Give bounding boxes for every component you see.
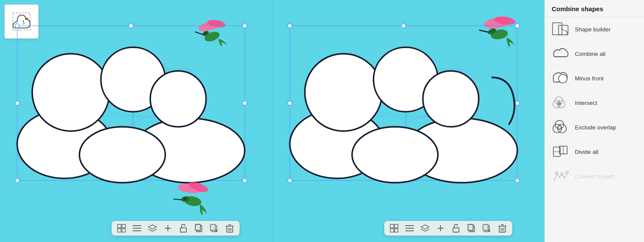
grid-icon-r[interactable]	[389, 224, 399, 233]
copy-plus-icon[interactable]	[210, 224, 219, 233]
panel-title: Combine shapes	[545, 0, 644, 17]
svg-point-91	[305, 54, 382, 131]
panel-item-combine-all[interactable]: Combine all	[545, 42, 644, 66]
svg-rect-94	[390, 224, 394, 228]
svg-point-15	[15, 24, 19, 28]
layers-icon[interactable]	[148, 224, 157, 233]
svg-rect-96	[390, 229, 394, 232]
svg-line-47	[152, 229, 157, 231]
shape-builder-label: Shape builder	[575, 26, 611, 33]
svg-point-72	[401, 24, 406, 28]
panel-item-intersect[interactable]: Intersect	[545, 91, 644, 115]
divide-all-icon	[552, 144, 569, 159]
svg-rect-52	[195, 224, 200, 230]
copy-icon-r[interactable]	[467, 224, 476, 233]
svg-point-74	[288, 101, 292, 105]
svg-rect-39	[122, 224, 125, 228]
convert-to-path-icon	[552, 168, 569, 184]
svg-point-22	[243, 178, 247, 183]
minus-front-icon	[552, 70, 569, 86]
trash-icon[interactable]	[225, 224, 234, 233]
svg-rect-95	[395, 224, 398, 228]
combine-all-icon	[552, 46, 569, 61]
svg-marker-101	[421, 225, 429, 229]
grid-icon[interactable]	[117, 224, 126, 233]
intersect-label: Intersect	[575, 100, 597, 106]
unlock-icon[interactable]	[179, 224, 188, 233]
panel-item-exclude-overlap[interactable]: Exclude overlap	[545, 115, 644, 140]
copy-icon[interactable]	[194, 224, 204, 233]
svg-point-76	[288, 178, 292, 183]
svg-point-17	[243, 24, 247, 28]
panel-item-shape-builder[interactable]: Shape builder	[545, 17, 644, 42]
svg-marker-45	[148, 225, 157, 229]
left-canvas-panel[interactable]	[0, 0, 272, 242]
svg-line-102	[421, 229, 425, 231]
intersect-icon	[552, 95, 569, 110]
svg-point-90	[352, 127, 438, 183]
add-icon[interactable]	[163, 224, 173, 233]
svg-rect-41	[122, 229, 125, 232]
copy-plus-icon-r[interactable]	[482, 224, 492, 233]
bottom-toolbar-left	[112, 221, 240, 236]
svg-rect-106	[453, 228, 459, 232]
shape-builder-icon	[552, 21, 569, 37]
panel-item-divide-all[interactable]: Divide all	[545, 140, 644, 164]
svg-rect-50	[180, 228, 186, 232]
svg-point-34	[79, 127, 165, 183]
svg-point-12	[183, 197, 186, 199]
exclude-overlap-icon	[552, 119, 569, 135]
svg-point-16	[129, 24, 133, 28]
svg-point-18	[15, 101, 19, 105]
exclude-overlap-label: Exclude overlap	[575, 124, 616, 131]
hummingbird-left-bottom	[169, 173, 221, 221]
layers-icon-r[interactable]	[420, 224, 430, 233]
minus-front-label: Minus front	[575, 75, 604, 82]
add-icon-r[interactable]	[436, 224, 445, 233]
trash-icon-r[interactable]	[498, 224, 507, 233]
svg-point-78	[515, 178, 519, 183]
svg-point-35	[32, 54, 109, 131]
svg-point-73	[515, 24, 519, 28]
svg-point-75	[515, 101, 519, 105]
svg-rect-110	[483, 224, 488, 230]
right-canvas-panel[interactable]	[272, 0, 545, 242]
svg-line-103	[425, 229, 429, 231]
canvas-area	[0, 0, 544, 242]
panel-item-minus-front[interactable]: Minus front	[545, 66, 644, 91]
svg-rect-108	[468, 224, 473, 230]
unlock-icon-r[interactable]	[451, 224, 461, 233]
svg-line-46	[148, 229, 152, 231]
right-panel: Combine shapes Shape builder Combine all	[544, 0, 644, 242]
svg-rect-119	[553, 23, 562, 35]
divide-all-label: Divide all	[575, 149, 598, 155]
svg-point-93	[423, 71, 479, 127]
panel-item-convert-to-path[interactable]: Convert to path	[545, 164, 644, 189]
svg-point-121	[559, 74, 567, 83]
svg-point-126	[558, 124, 566, 133]
menu-icon[interactable]	[132, 224, 142, 233]
svg-rect-38	[118, 224, 121, 228]
svg-rect-54	[210, 224, 216, 230]
combine-all-label: Combine all	[575, 51, 605, 57]
svg-point-37	[150, 71, 206, 127]
right-cloud-svg	[281, 17, 530, 198]
svg-point-20	[15, 178, 19, 183]
svg-point-71	[288, 24, 292, 28]
left-cloud-svg	[9, 17, 258, 198]
menu-icon-r[interactable]	[405, 224, 414, 233]
svg-point-13	[184, 197, 185, 198]
svg-rect-97	[395, 229, 398, 232]
convert-to-path-label: Convert to path	[575, 173, 614, 180]
svg-point-19	[243, 101, 247, 105]
bottom-toolbar-right	[384, 221, 512, 236]
svg-rect-40	[118, 229, 121, 232]
